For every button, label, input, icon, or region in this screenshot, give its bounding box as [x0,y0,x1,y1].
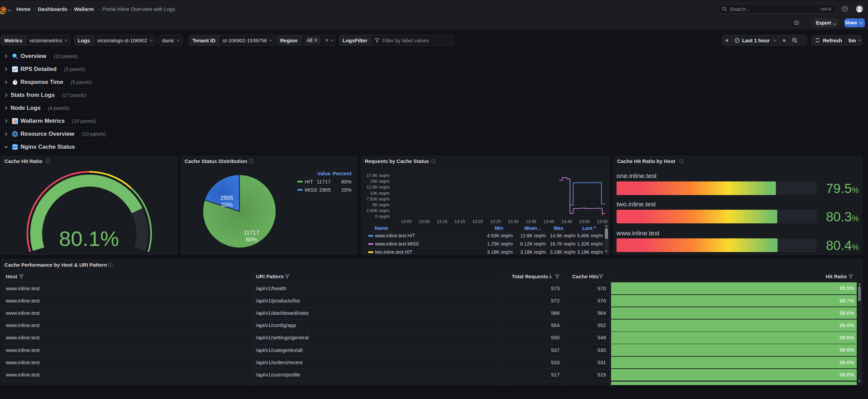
svg-text:80%: 80% [246,236,257,243]
svg-text:13:30: 13:30 [508,219,519,224]
svg-text:13:50: 13:50 [579,219,590,224]
svg-text:80.1%: 80.1% [59,227,119,250]
svg-text:13:15: 13:15 [454,219,465,224]
svg-text:10K req/m: 10K req/m [370,191,390,196]
svg-text:13:05: 13:05 [419,219,430,224]
svg-text:13:10: 13:10 [437,219,447,224]
svg-text:13:40: 13:40 [544,219,554,224]
svg-text:7.50K req/m: 7.50K req/m [366,197,390,202]
svg-text:?: ? [844,7,846,11]
svg-text:20%: 20% [221,202,233,208]
svg-text:11717: 11717 [244,230,259,236]
svg-text:13:55: 13:55 [597,219,608,224]
svg-text:13:20: 13:20 [472,219,483,224]
svg-text:17.5K req/m: 17.5K req/m [366,173,390,178]
svg-text:13:45: 13:45 [561,219,572,224]
svg-text:13:35: 13:35 [526,219,536,224]
svg-text:2.50K req/m: 2.50K req/m [366,208,390,213]
svg-text:2905: 2905 [220,195,233,201]
svg-text:13:00: 13:00 [401,219,411,224]
svg-text:0 req/m: 0 req/m [375,214,390,219]
svg-text:15K req/m: 15K req/m [370,179,390,184]
svg-text:13:25: 13:25 [490,219,501,224]
svg-text:5K req/m: 5K req/m [372,203,390,207]
svg-text:12.5K req/m: 12.5K req/m [366,185,390,190]
